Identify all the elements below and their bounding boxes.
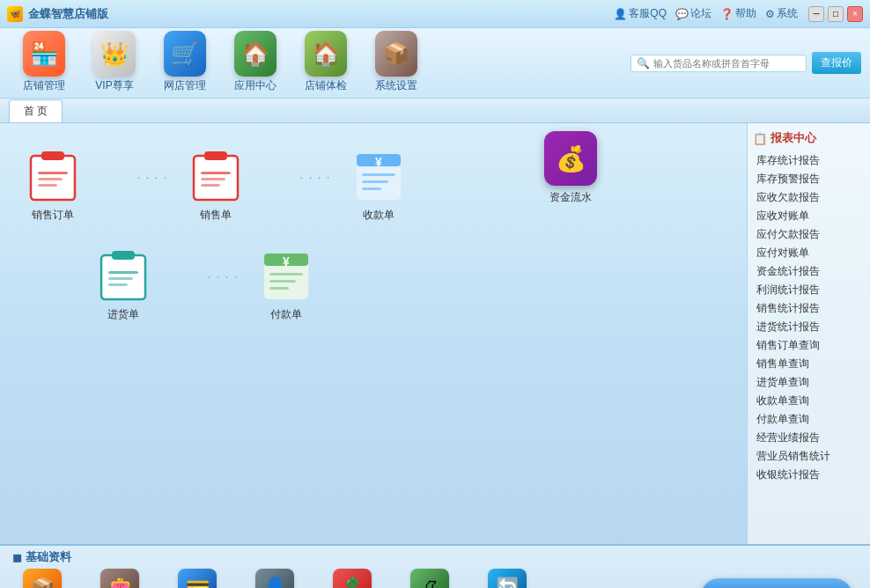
bottom-row: 📦 货品库存 👛 客户欠款 💳 供应商欠款 👤 结算 xyxy=(0,569,870,588)
svg-rect-6 xyxy=(204,151,227,160)
report-item-9[interactable]: 进货统计报告 xyxy=(753,318,865,336)
bottom-item-receivable[interactable]: 👛 客户欠款 xyxy=(90,569,150,588)
main-content: 销售订单 · · · · 销售单 · · · · xyxy=(0,123,870,544)
search-input-wrap: 🔍 xyxy=(630,55,807,72)
link-help[interactable]: ❓ 帮助 xyxy=(720,6,756,21)
svg-text:¥: ¥ xyxy=(375,155,382,169)
title-bar-left: 🦋 金蝶智慧店铺版 xyxy=(7,6,108,22)
bottom-item-account[interactable]: 👤 结算账户 xyxy=(245,569,305,588)
minimize-button[interactable]: ─ xyxy=(808,6,824,22)
link-forum[interactable]: 💬 论坛 xyxy=(675,6,711,21)
svg-rect-8 xyxy=(201,178,225,180)
report-item-10[interactable]: 销售订单查询 xyxy=(753,336,865,355)
bottom-item-inventory[interactable]: 📦 货品库存 xyxy=(12,569,72,588)
nav-label-sysset: 系统设置 xyxy=(375,78,417,93)
sales-bill-label: 销售单 xyxy=(200,208,232,223)
svg-rect-15 xyxy=(362,187,381,190)
store-icon: 🏪 xyxy=(30,40,58,68)
store-icon-wrapper: 🏪 xyxy=(23,33,65,75)
grid-item-payment[interactable]: ¥ 付款单 xyxy=(251,249,321,322)
report-item-8[interactable]: 销售统计报告 xyxy=(753,299,865,318)
apps-icon: 🏠 xyxy=(241,40,269,68)
svg-rect-26 xyxy=(269,287,289,290)
svg-rect-4 xyxy=(38,184,57,187)
grid-item-cashflow[interactable]: 💰 资金流水 xyxy=(535,132,606,205)
report-item-11[interactable]: 销售单查询 xyxy=(753,355,865,373)
bottom-item-payable[interactable]: 💳 供应商欠款 xyxy=(167,569,227,588)
search-button[interactable]: 查报价 xyxy=(812,52,861,74)
sysset-icon-wrapper: 📦 xyxy=(375,33,417,75)
close-button[interactable]: × xyxy=(847,6,863,22)
report-item-14[interactable]: 付款单查询 xyxy=(753,410,865,429)
sales-order-label: 销售订单 xyxy=(32,208,74,223)
nav-item-sysset[interactable]: 📦 系统设置 xyxy=(361,32,431,95)
report-item-7[interactable]: 利润统计报告 xyxy=(753,281,865,299)
report-item-2[interactable]: 应收欠款报告 xyxy=(753,188,865,207)
nav-label-apps: 应用中心 xyxy=(234,78,276,93)
title-bar-right: 👤 客服QQ 💬 论坛 ❓ 帮助 ⚙ 系统 ─ □ × xyxy=(614,6,863,22)
bottom-item-quotation[interactable]: 💲 客户报价 xyxy=(322,569,382,588)
report-item-3[interactable]: 应收对账单 xyxy=(753,207,865,225)
sales-order-icon xyxy=(26,150,79,202)
svg-rect-7 xyxy=(201,172,231,174)
svg-rect-20 xyxy=(108,283,128,286)
nav-item-check[interactable]: 🏠 店铺体检 xyxy=(291,32,361,95)
sysset-icon: 📦 xyxy=(383,41,409,66)
nav-item-online-shop[interactable]: 🛒 网店管理 xyxy=(150,32,220,95)
receipt-icon: ¥ xyxy=(352,150,405,202)
cashflow-label: 资金流水 xyxy=(549,190,592,205)
report-item-4[interactable]: 应付欠款报告 xyxy=(753,225,865,244)
nav-label-check: 店铺体检 xyxy=(305,78,347,93)
report-item-0[interactable]: 库存统计报告 xyxy=(753,151,865,170)
report-item-17[interactable]: 收银统计报告 xyxy=(753,466,865,484)
svg-rect-2 xyxy=(38,172,68,174)
grid-item-receipt[interactable]: ¥ 收款单 xyxy=(343,150,414,223)
cashflow-icon: 💰 xyxy=(544,132,597,185)
grid-row-2: 进货单 · · · · ¥ 付款单 xyxy=(18,249,729,322)
grid-item-sales-order[interactable]: 销售订单 xyxy=(18,150,88,223)
tab-bar: 首 页 xyxy=(0,99,870,123)
bottom-item-print[interactable]: 🖨 打印模板设置 xyxy=(400,569,460,588)
search-input[interactable] xyxy=(653,58,800,69)
grid-item-purchase[interactable]: 进货单 xyxy=(88,249,159,322)
basic-data-title: 基础资料 xyxy=(26,549,71,565)
grid-item-sales-bill[interactable]: 销售单 xyxy=(181,150,251,223)
receipt-label: 收款单 xyxy=(363,208,394,223)
report-item-5[interactable]: 应付对账单 xyxy=(753,244,865,262)
tab-home[interactable]: 首 页 xyxy=(9,99,63,122)
report-item-16[interactable]: 营业员销售统计 xyxy=(753,447,865,466)
report-item-1[interactable]: 库存预警报告 xyxy=(753,170,865,188)
basic-data-header: ◼ 基础资料 xyxy=(0,546,870,569)
check-icon-wrapper: 🏠 xyxy=(305,33,347,75)
report-center-title: 📋 报表中心 xyxy=(753,130,865,146)
search-area: 🔍 查报价 xyxy=(630,52,861,74)
svg-rect-19 xyxy=(108,277,133,280)
svg-rect-1 xyxy=(41,151,64,160)
top-nav: 🏪 店铺管理 👑 VIP尊享 🛒 网店管理 🏠 应用中心 xyxy=(0,28,870,99)
svg-rect-14 xyxy=(362,180,388,183)
nav-item-store[interactable]: 🏪 店铺管理 xyxy=(9,32,79,95)
link-system[interactable]: ⚙ 系统 xyxy=(765,6,798,21)
app-title: 金蝶智慧店铺版 xyxy=(28,6,108,22)
maximize-button[interactable]: □ xyxy=(828,6,844,22)
nav-item-vip[interactable]: 👑 VIP尊享 xyxy=(79,32,150,95)
payable-icon: 💳 xyxy=(178,569,217,588)
report-item-12[interactable]: 进货单查询 xyxy=(753,373,865,392)
account-icon: 👤 xyxy=(255,569,294,588)
quotation-icon: 💲 xyxy=(333,569,372,588)
apps-icon-wrapper: 🏠 xyxy=(234,33,276,75)
online-shop-icon: 🛒 xyxy=(171,40,199,68)
nav-label-vip: VIP尊享 xyxy=(95,78,133,93)
report-item-13[interactable]: 收款单查询 xyxy=(753,392,865,410)
arrow-1: · · · · xyxy=(136,168,167,204)
nav-label-online: 网店管理 xyxy=(164,78,206,93)
cashflow-item[interactable]: 💰 资金流水 xyxy=(535,132,606,205)
mobile-order-button[interactable]: 📱 试试手机开单 xyxy=(701,578,852,588)
nav-item-apps[interactable]: 🏠 应用中心 xyxy=(220,32,291,95)
report-item-15[interactable]: 经营业绩报告 xyxy=(753,429,865,447)
svg-rect-18 xyxy=(108,271,138,274)
link-customer-qq[interactable]: 👤 客服QQ xyxy=(614,6,667,21)
right-sidebar: 📋 报表中心 库存统计报告 库存预警报告 应收欠款报告 应收对账单 应付欠款报告… xyxy=(747,123,870,544)
report-item-6[interactable]: 资金统计报告 xyxy=(753,262,865,281)
bottom-item-backup[interactable]: 🔄 数据备份恢复 xyxy=(477,569,537,588)
